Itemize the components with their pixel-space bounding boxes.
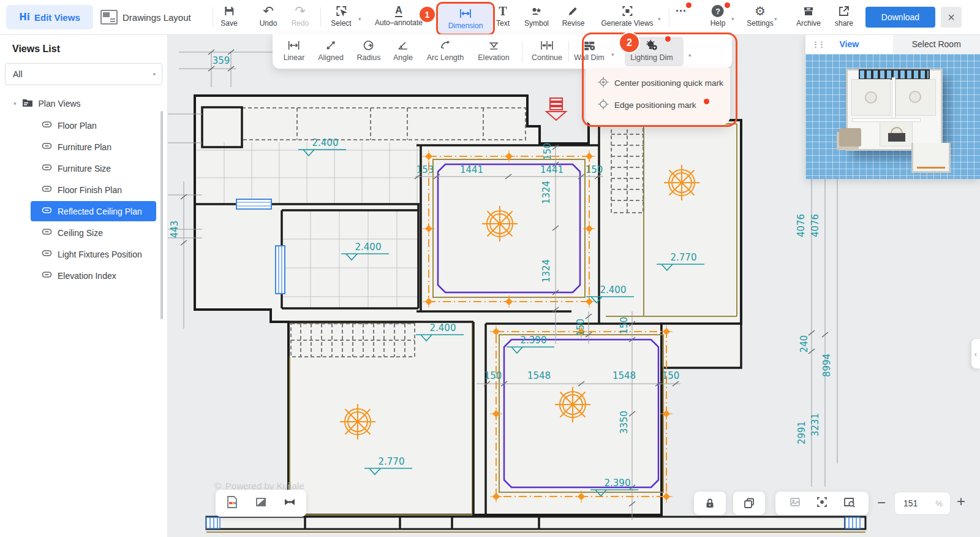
close-button[interactable]: × — [941, 7, 962, 28]
svg-text:2.390: 2.390 — [521, 335, 547, 346]
generate-views-tool[interactable]: Generate Views — [601, 4, 653, 28]
view-item-elevation-index[interactable]: Elevation Index — [0, 265, 167, 286]
tab-select-room[interactable]: Select Room — [893, 34, 980, 54]
view-item-floor-finish-plan[interactable]: Floor Finish Plan — [0, 179, 167, 200]
sidebar-scrollbar[interactable] — [160, 111, 163, 319]
views-filter-select[interactable]: All▾ — [5, 63, 162, 85]
download-button[interactable]: Download — [865, 7, 935, 28]
sidebar-title: Views List — [0, 34, 167, 55]
help-notification-dot — [725, 2, 730, 8]
canvas-view-tools — [775, 492, 869, 515]
lighting-dim-caret-icon[interactable]: ▴ — [688, 51, 692, 58]
apartment-model — [846, 69, 943, 151]
help-caret-icon[interactable]: ▾ — [731, 16, 734, 22]
redo-icon: ↷ — [295, 4, 306, 18]
dimension-tool[interactable]: Dimension — [436, 2, 495, 36]
wall-dim-tool[interactable]: Wall Dim — [574, 39, 605, 62]
percent-label: % — [935, 499, 943, 508]
elevation-dim-tool[interactable]: Elevation — [478, 39, 509, 62]
menu-item-center-positioning[interactable]: Center positioning quick mark — [586, 72, 730, 94]
drag-handle-icon[interactable]: ⋮⋮ — [812, 40, 824, 49]
duplicate-view-button[interactable] — [733, 492, 765, 515]
undo-button[interactable]: ↶ Undo — [260, 4, 277, 28]
view-item-reflected-ceiling-plan[interactable]: Reflected Ceiling Plan — [31, 201, 156, 221]
text-icon: T — [499, 4, 507, 18]
text-tool[interactable]: T Text — [496, 4, 510, 28]
lighting-dim-icon — [645, 39, 658, 52]
zoom-region-button[interactable] — [843, 496, 856, 511]
fill-style-button[interactable] — [255, 496, 267, 511]
view-item-furniture-plan[interactable]: Furniture Plan — [0, 136, 167, 158]
select-caret-icon[interactable]: ▾ — [358, 16, 361, 22]
entry-arrow — [546, 98, 566, 120]
canvas-mini-toolbar — [216, 490, 306, 517]
redo-button[interactable]: ↷ Redo — [292, 4, 309, 28]
settings-button[interactable]: ⚙ Settings — [747, 4, 773, 28]
svg-text:2.390: 2.390 — [605, 478, 631, 489]
continue-dim-tool[interactable]: Continue — [532, 39, 562, 62]
zoom-level-input[interactable] — [902, 498, 932, 509]
share-button[interactable]: share — [835, 4, 853, 28]
settings-caret-icon[interactable]: ▾ — [774, 16, 777, 22]
svg-text:1324: 1324 — [541, 259, 552, 283]
view-link-icon — [42, 206, 52, 216]
linear-dim-tool[interactable]: Linear — [284, 39, 305, 62]
edge-positioning-notification-dot — [704, 99, 709, 104]
filter-caret-icon: ▾ — [153, 71, 156, 77]
more-button[interactable]: ... — [676, 1, 687, 15]
select-icon — [335, 4, 347, 18]
gear-icon: ⚙ — [755, 4, 766, 18]
view-link-icon — [42, 185, 52, 195]
tree-group-plan-views[interactable]: ▾ Plan Views — [0, 93, 167, 115]
svg-text:1548: 1548 — [612, 370, 636, 381]
auto-annotate-tool[interactable]: A Auto–annotate — [375, 4, 423, 27]
lock-button[interactable] — [694, 492, 726, 515]
background-image-button[interactable] — [789, 496, 801, 511]
help-button[interactable]: ? Help — [710, 4, 726, 28]
tab-view[interactable]: ⋮⋮ View — [805, 34, 893, 54]
view-item-light-fixtures-position[interactable]: Light Fixtures Position — [0, 243, 167, 265]
svg-text:2.400: 2.400 — [430, 322, 456, 333]
edit-views-button[interactable]: Hi Edit Views — [6, 5, 93, 29]
aligned-dim-tool[interactable]: Aligned — [318, 39, 344, 62]
elevation-dim-icon — [488, 39, 500, 52]
radius-dim-tool[interactable]: Radius — [357, 39, 381, 62]
fit-to-screen-button[interactable] — [816, 496, 828, 511]
angle-dim-tool[interactable]: Angle — [393, 39, 413, 62]
views-tree: ▾ Plan Views Floor Plan Furniture Plan F… — [0, 93, 167, 286]
select-tool[interactable]: Select — [331, 4, 351, 28]
annotate-badge: 1 — [418, 6, 436, 23]
app-logo-icon: Hi — [19, 12, 30, 23]
svg-text:2.770: 2.770 — [671, 252, 697, 263]
wall-dim-caret-icon[interactable]: ▾ — [611, 51, 614, 58]
svg-text:1441: 1441 — [460, 164, 483, 175]
revise-tool[interactable]: Revise — [562, 4, 585, 28]
drawings-layout-button[interactable]: Drawings Layout — [100, 5, 191, 29]
svg-text:2.770: 2.770 — [379, 456, 405, 467]
view-item-ceiling-size[interactable]: Ceiling Size — [0, 222, 167, 243]
save-button[interactable]: Save — [221, 4, 237, 28]
radius-dim-icon — [363, 39, 375, 52]
menu-item-edge-positioning[interactable]: Edge positioning mark — [586, 94, 730, 116]
svg-text:150: 150 — [662, 370, 680, 381]
auto-annotate-icon: A — [395, 4, 402, 17]
panel-collapse-handle[interactable]: ‹ — [971, 339, 980, 368]
top-toolbar: Hi Edit Views Drawings Layout Save ↶ Und… — [0, 0, 980, 35]
dimension-toolbar: Linear Aligned Radius Angle Arc Length E… — [273, 34, 732, 69]
view-item-furniture-size[interactable]: Furniture Size — [0, 158, 167, 179]
share-icon — [838, 4, 850, 18]
angle-dim-icon — [397, 39, 409, 52]
furniture-toggle-button[interactable] — [283, 497, 296, 510]
view-item-floor-plan[interactable]: Floor Plan — [0, 115, 167, 136]
svg-text:1548: 1548 — [527, 370, 551, 381]
export-image-button[interactable] — [225, 495, 239, 511]
zoom-in-button[interactable]: + — [957, 494, 965, 509]
arc-length-dim-tool[interactable]: Arc Length — [427, 39, 464, 62]
3d-preview[interactable] — [805, 54, 980, 179]
archive-button[interactable]: Archive — [796, 4, 821, 28]
zoom-out-button[interactable]: − — [877, 495, 886, 510]
generate-views-caret-icon[interactable]: ▾ — [658, 16, 661, 22]
symbol-tool[interactable]: Symbol — [524, 4, 549, 28]
view-link-icon — [42, 249, 52, 259]
close-icon: × — [948, 10, 955, 25]
